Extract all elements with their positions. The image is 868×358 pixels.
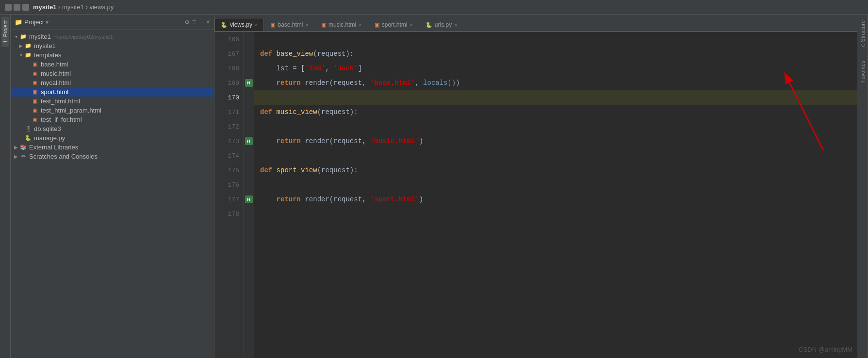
- str-music-html: 'music.html': [370, 137, 419, 145]
- views-py-tab-label: views.py: [230, 21, 252, 28]
- urls-py-tab-label: urls.py: [435, 21, 452, 28]
- title-bar: mysite1 › mysite1 › views.py: [0, 0, 868, 15]
- tree-item-mysite1[interactable]: ▶ 📁 mysite1: [11, 41, 214, 50]
- mycal-html-icon: ▣: [31, 80, 39, 86]
- watermark: CSDN @amingMM: [799, 346, 852, 353]
- code-line-178: [254, 207, 857, 221]
- kw-def-167: def: [260, 50, 277, 58]
- tree-item-scratches[interactable]: ▶ ✏ Scratches and Consoles: [11, 152, 214, 161]
- urls-py-tab-close[interactable]: ×: [454, 22, 457, 28]
- tree-item-base-html[interactable]: ▣ base.html: [11, 60, 214, 69]
- tree-item-manage-py[interactable]: 🐍 manage.py: [11, 133, 214, 143]
- music-html-label: music.html: [41, 70, 71, 77]
- base-html-tab-close[interactable]: ×: [305, 22, 308, 28]
- test-html-label: test_html.html: [41, 98, 80, 105]
- title-icon-2: [14, 4, 20, 11]
- manage-py-label: manage.py: [34, 134, 65, 142]
- title-project: mysite1 › mysite1 › views.py: [33, 3, 114, 11]
- tree-item-templates[interactable]: ▾ 📁 templates: [11, 50, 214, 60]
- tree-item-mycal-html[interactable]: ▣ mycal.html: [11, 78, 214, 87]
- main-layout: 1: Project 📁 Project ▾ ⚙ ≡ − × ▾ 📁 mysit…: [0, 15, 868, 358]
- tab-sport-html[interactable]: ▣ sport.html ×: [368, 18, 419, 31]
- tree-item-test-if-for[interactable]: ▣ test_if_for.html: [11, 115, 214, 124]
- collapse-icon[interactable]: −: [199, 18, 203, 26]
- ext-libs-icon: 📚: [19, 144, 27, 151]
- structure-tab-item[interactable]: 7: Structure: [859, 16, 867, 52]
- tree-item-sport-html[interactable]: ▣ sport.html: [11, 87, 214, 97]
- title-sep1: ›: [58, 3, 62, 11]
- tabs-bar: 🐍 views.py × ▣ base.html × ▣ music.html …: [214, 15, 857, 32]
- close-icon[interactable]: ×: [206, 18, 210, 26]
- scratches-label: Scratches and Consoles: [29, 153, 98, 160]
- project-dropdown[interactable]: ▾: [46, 19, 49, 26]
- favorites-tab-item[interactable]: Favorites: [859, 57, 867, 86]
- gutter-167: [244, 47, 254, 61]
- test-html-param-icon: ▣: [31, 107, 39, 114]
- gutter-168: [244, 61, 254, 76]
- tree-root[interactable]: ▾ 📁 mysite1 ~/tedu/vip/day02/mysite1: [11, 32, 214, 41]
- project-label: Project: [24, 18, 44, 26]
- base-html-icon: ▣: [31, 61, 39, 68]
- code-line-177: return render(request, 'sport.html'): [254, 192, 857, 207]
- code-173-close: ): [419, 137, 423, 145]
- root-label: mysite1: [29, 33, 51, 40]
- sport-html-tab-icon: ▣: [375, 22, 379, 28]
- gutter-173: H: [244, 134, 254, 148]
- db-icon: 🗄: [24, 126, 32, 132]
- line-num-168: 168: [218, 61, 239, 76]
- title-icon-3: [22, 4, 29, 11]
- test-html-param-label: test_html_param.html: [41, 107, 101, 114]
- project-tab-item[interactable]: 1: Project: [1, 16, 9, 47]
- mysite1-label: mysite1: [34, 42, 56, 49]
- code-177-close: ): [419, 195, 423, 203]
- views-py-tab-close[interactable]: ×: [255, 22, 258, 28]
- tree-item-db-sqlite3[interactable]: 🗄 db.sqlite3: [11, 124, 214, 133]
- sport-html-tab-label: sport.html: [382, 21, 408, 28]
- layout-icon[interactable]: ≡: [192, 18, 196, 26]
- param-171: request: [321, 108, 350, 116]
- locals-call: locals(): [423, 79, 456, 87]
- fn-music-view: music_view: [277, 108, 317, 116]
- kw-return-173: return: [277, 137, 305, 145]
- code-line-167: def base_view(request):: [254, 47, 857, 61]
- tab-views-py[interactable]: 🐍 views.py ×: [214, 18, 264, 31]
- gutter-h-169: H: [245, 79, 253, 87]
- music-html-tab-close[interactable]: ×: [359, 22, 361, 28]
- code-169-close: ): [456, 79, 459, 87]
- punc-171b: ):: [350, 108, 358, 116]
- views-py-tab-icon: 🐍: [221, 22, 228, 28]
- tree-item-music-html[interactable]: ▣ music.html: [11, 69, 214, 78]
- tab-urls-py[interactable]: 🐍 urls.py ×: [419, 18, 464, 31]
- fn-base-view: base_view: [277, 50, 313, 58]
- ext-libs-label: External Libraries: [29, 144, 78, 151]
- str-sport-html: 'sport.html': [370, 195, 419, 203]
- tree-item-test-html-param[interactable]: ▣ test_html_param.html: [11, 106, 214, 115]
- test-if-for-icon: ▣: [31, 116, 39, 123]
- title-icon-1: [5, 4, 12, 11]
- line-num-169: 169: [218, 76, 239, 90]
- tree-header-icons: ⚙ ≡ − ×: [185, 18, 210, 26]
- line-num-173: 173: [218, 134, 239, 148]
- tree-item-ext-libs[interactable]: ▶ 📚 External Libraries: [11, 143, 214, 152]
- settings-icon[interactable]: ⚙: [185, 18, 189, 26]
- line-num-166: 166: [218, 32, 239, 47]
- ext-libs-arrow: ▶: [13, 145, 19, 150]
- scratches-arrow: ▶: [13, 154, 19, 159]
- sport-html-tab-close[interactable]: ×: [409, 22, 412, 28]
- music-html-icon: ▣: [31, 70, 39, 77]
- line-num-171: 171: [218, 105, 239, 119]
- line-num-170: 170: [218, 90, 239, 105]
- tree-item-test-html[interactable]: ▣ test_html.html: [11, 97, 214, 106]
- urls-py-tab-icon: 🐍: [426, 22, 432, 28]
- tab-music-html[interactable]: ▣ music.html ×: [315, 18, 368, 31]
- code-line-174: [254, 148, 857, 163]
- line-num-175: 175: [218, 163, 239, 178]
- folder-icon: 📁: [15, 18, 22, 26]
- tab-base-html[interactable]: ▣ base.html ×: [264, 18, 314, 31]
- line-num-172: 172: [218, 119, 239, 134]
- file-tree-body: ▾ 📁 mysite1 ~/tedu/vip/day02/mysite1 ▶ 📁…: [11, 30, 214, 358]
- editor-area[interactable]: 166 167 168 169 170 171 172 173 174 175 …: [214, 32, 857, 358]
- kw-def-175: def: [260, 166, 277, 174]
- code-line-175: def sport_view(request):: [254, 163, 857, 178]
- sport-html-icon: ▣: [31, 89, 39, 96]
